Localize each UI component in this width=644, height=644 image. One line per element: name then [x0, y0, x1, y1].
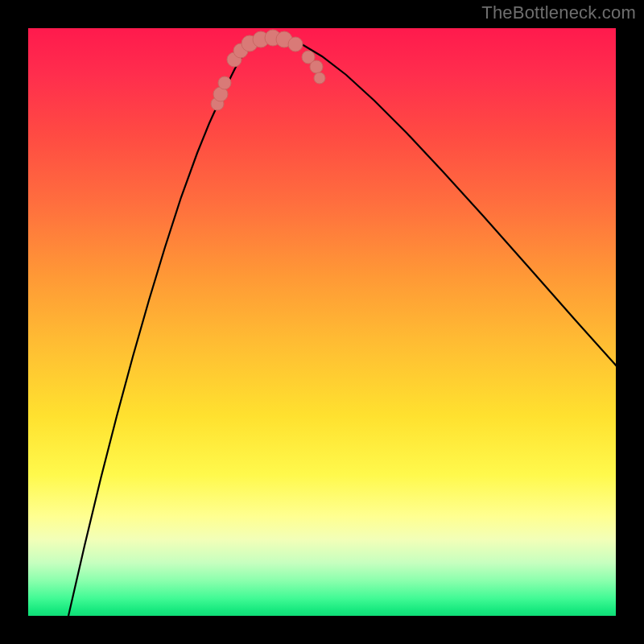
watermark-text: TheBottleneck.com	[481, 2, 636, 23]
curve-markers	[211, 30, 325, 110]
curve-marker	[310, 60, 323, 73]
bottleneck-curve	[68, 39, 616, 616]
curve-marker	[314, 72, 325, 84]
curve-layer	[28, 28, 616, 616]
curve-marker	[218, 76, 231, 89]
plot-area	[28, 28, 616, 616]
chart-frame: TheBottleneck.com	[0, 0, 644, 644]
curve-marker	[288, 37, 303, 52]
